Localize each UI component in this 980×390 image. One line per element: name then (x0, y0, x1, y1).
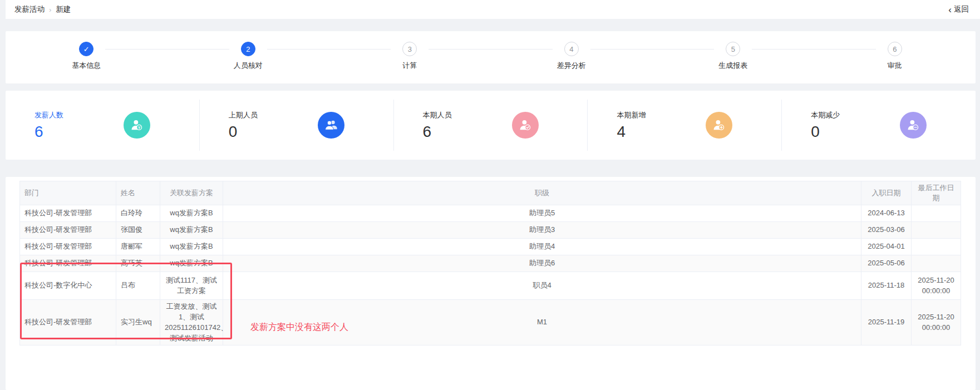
cell-hire-date: 2025-11-18 (861, 272, 912, 300)
cell-job-level: 助理员3 (223, 222, 861, 239)
table-row: 科技公司-研发管理部 白玲玲 wq发薪方案B 助理员5 2024-06-13 (20, 205, 961, 222)
user-check-icon (512, 112, 539, 139)
stat-value: 6 (35, 124, 100, 141)
cell-last-work-date (912, 239, 961, 255)
cell-payroll-plan: 工资发放、测试1、测试20251126101742、测试发薪活动 (160, 300, 223, 345)
table-row: 科技公司-研发管理部 高巧英 wq发薪方案B 助理员6 2025-05-06 (20, 255, 961, 272)
step-number: 6 (888, 42, 902, 56)
user-add-icon (706, 112, 732, 139)
annotation-note: 发薪方案中没有这两个人 (250, 322, 348, 333)
cell-payroll-plan: wq发薪方案B (160, 239, 223, 255)
cell-payroll-plan: 测试1117、测试工资方案 (160, 272, 223, 300)
step-label: 计算 (402, 61, 417, 71)
col-header-name: 姓名 (116, 181, 160, 205)
col-header-job-level: 职级 (223, 181, 861, 205)
breadcrumb: 发薪活动 › 新建 (14, 4, 71, 14)
stat-label: 本期新增 (617, 110, 682, 120)
cell-name: 张国俊 (116, 222, 160, 239)
cell-last-work-date (912, 222, 961, 239)
user-pay-icon: ¥ (124, 112, 150, 139)
stats-summary-card: 发薪人数 6 ¥ 上期人员 0 本期人员 (6, 91, 976, 160)
cell-department: 科技公司-研发管理部 (20, 205, 116, 222)
table-row: 科技公司-研发管理部 唐郦军 wq发薪方案B 助理员4 2025-04-01 (20, 239, 961, 255)
col-header-last-work-date: 最后工作日期 (912, 181, 961, 205)
user-minus-icon (900, 112, 927, 139)
cell-name: 高巧英 (116, 255, 160, 272)
cell-hire-date: 2025-03-06 (861, 222, 912, 239)
stat-label: 本期减少 (811, 110, 876, 120)
back-button-label: 返回 (954, 4, 969, 14)
stat-value: 4 (617, 124, 682, 141)
personnel-table: 部门 姓名 关联发薪方案 职级 入职日期 最后工作日期 科技公司-研发管理部 白… (19, 181, 961, 345)
stat-label: 上期人员 (229, 110, 294, 120)
stat-value: 0 (811, 124, 876, 141)
cell-last-work-date (912, 255, 961, 272)
table-row: 科技公司-研发管理部 张国俊 wq发薪方案B 助理员3 2025-03-06 (20, 222, 961, 239)
back-button[interactable]: ‹ 返回 (948, 4, 969, 14)
step-number: 4 (564, 42, 579, 56)
step-generate-report[interactable]: 5 生成报表 (652, 42, 814, 71)
col-header-department: 部门 (20, 181, 116, 205)
personnel-table-card: 部门 姓名 关联发薪方案 职级 入职日期 最后工作日期 科技公司-研发管理部 白… (6, 177, 976, 390)
table-row: 科技公司-数字化中心 吕布 测试1117、测试工资方案 职员4 2025-11-… (20, 272, 961, 300)
stat-payroll-count: 发薪人数 6 ¥ (6, 100, 199, 151)
svg-text:¥: ¥ (138, 125, 141, 130)
stat-previous-period: 上期人员 0 (199, 100, 393, 151)
cell-department: 科技公司-数字化中心 (20, 272, 116, 300)
cell-name: 唐郦军 (116, 239, 160, 255)
table-row: 科技公司-研发管理部 实习生wq 工资发放、测试1、测试202511261017… (20, 300, 961, 345)
stat-current-period: 本期人员 6 (393, 100, 588, 151)
step-label: 基本信息 (72, 61, 101, 71)
cell-job-level: 助理员5 (223, 205, 861, 222)
cell-department: 科技公司-研发管理部 (20, 222, 116, 239)
cell-job-level: 职员4 (223, 272, 861, 300)
cell-hire-date: 2025-04-01 (861, 239, 912, 255)
table-header-row: 部门 姓名 关联发薪方案 职级 入职日期 最后工作日期 (20, 181, 961, 205)
chevron-left-icon: ‹ (948, 5, 952, 14)
cell-department: 科技公司-研发管理部 (20, 300, 116, 345)
cell-name: 实习生wq (116, 300, 160, 345)
cell-payroll-plan: wq发薪方案B (160, 205, 223, 222)
cell-job-level: 助理员4 (223, 239, 861, 255)
stat-value: 0 (229, 124, 294, 141)
cell-hire-date: 2024-06-13 (861, 205, 912, 222)
cell-last-work-date (912, 205, 961, 222)
step-calculate[interactable]: 3 计算 (329, 42, 491, 71)
step-number: 2 (241, 42, 255, 56)
step-label: 审批 (888, 61, 902, 71)
stat-new-this-period: 本期新增 4 (587, 100, 781, 151)
stat-value: 6 (423, 124, 489, 141)
cell-department: 科技公司-研发管理部 (20, 255, 116, 272)
col-header-payroll-plan: 关联发薪方案 (160, 181, 223, 205)
top-bar: 发薪活动 › 新建 ‹ 返回 (6, 0, 980, 19)
step-basic-info[interactable]: ✓ 基本信息 (6, 42, 168, 71)
cell-job-level: 助理员6 (223, 255, 861, 272)
cell-department: 科技公司-研发管理部 (20, 239, 116, 255)
breadcrumb-separator-icon: › (49, 6, 51, 14)
cell-payroll-plan: wq发薪方案B (160, 255, 223, 272)
cell-payroll-plan: wq发薪方案B (160, 222, 223, 239)
cell-hire-date: 2025-11-19 (861, 300, 912, 345)
wizard-stepper: ✓ 基本信息 2 人员核对 3 计算 4 差异分析 5 生成报表 6 审批 (6, 42, 976, 71)
stat-label: 发薪人数 (35, 110, 100, 120)
cell-hire-date: 2025-05-06 (861, 255, 912, 272)
step-approval[interactable]: 6 审批 (814, 42, 976, 71)
cell-last-work-date: 2025-11-20 00:00:00 (912, 272, 961, 300)
step-number: 3 (402, 42, 417, 56)
step-number: 5 (726, 42, 740, 56)
cell-last-work-date: 2025-11-20 00:00:00 (912, 300, 961, 345)
step-done-check-icon: ✓ (79, 42, 93, 56)
breadcrumb-item-new: 新建 (56, 4, 71, 14)
step-personnel-check[interactable]: 2 人员核对 (168, 42, 329, 71)
col-header-hire-date: 入职日期 (861, 181, 912, 205)
stat-reduced-this-period: 本期减少 0 (781, 100, 976, 151)
stat-label: 本期人员 (423, 110, 489, 120)
wizard-steps-card: ✓ 基本信息 2 人员核对 3 计算 4 差异分析 5 生成报表 6 审批 (6, 31, 976, 83)
step-label: 人员核对 (234, 61, 263, 71)
breadcrumb-item-payroll-activity[interactable]: 发薪活动 (14, 4, 45, 14)
cell-name: 白玲玲 (116, 205, 160, 222)
step-difference-analysis[interactable]: 4 差异分析 (491, 42, 653, 71)
cell-name: 吕布 (116, 272, 160, 300)
step-label: 生成报表 (718, 61, 747, 71)
step-label: 差异分析 (557, 61, 586, 71)
